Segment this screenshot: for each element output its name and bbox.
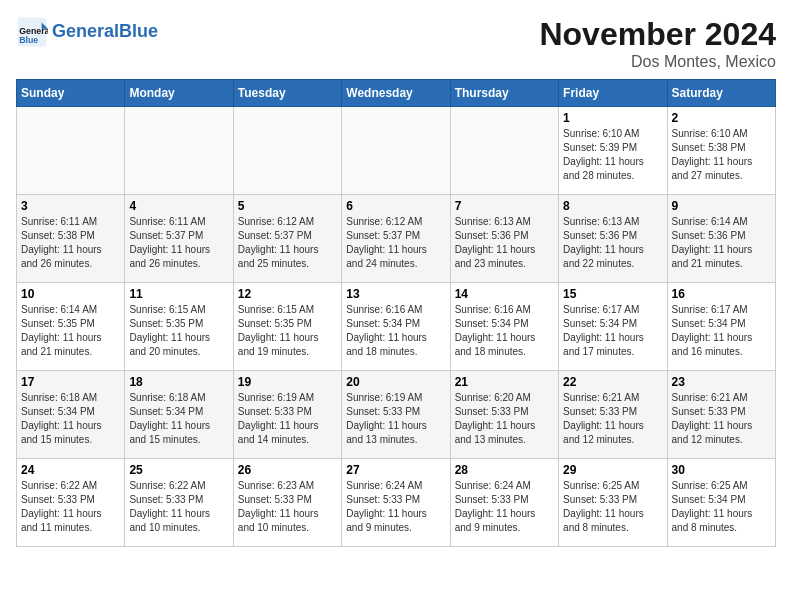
- calendar-cell: 7Sunrise: 6:13 AM Sunset: 5:36 PM Daylig…: [450, 195, 558, 283]
- cell-info: Sunrise: 6:22 AM Sunset: 5:33 PM Dayligh…: [129, 479, 228, 535]
- cell-info: Sunrise: 6:16 AM Sunset: 5:34 PM Dayligh…: [455, 303, 554, 359]
- day-number: 8: [563, 199, 662, 213]
- calendar-cell: 14Sunrise: 6:16 AM Sunset: 5:34 PM Dayli…: [450, 283, 558, 371]
- svg-text:Blue: Blue: [19, 35, 38, 45]
- day-number: 24: [21, 463, 120, 477]
- cell-info: Sunrise: 6:12 AM Sunset: 5:37 PM Dayligh…: [238, 215, 337, 271]
- calendar-cell: [450, 107, 558, 195]
- calendar-cell: 4Sunrise: 6:11 AM Sunset: 5:37 PM Daylig…: [125, 195, 233, 283]
- day-number: 15: [563, 287, 662, 301]
- calendar-cell: 19Sunrise: 6:19 AM Sunset: 5:33 PM Dayli…: [233, 371, 341, 459]
- calendar-cell: 20Sunrise: 6:19 AM Sunset: 5:33 PM Dayli…: [342, 371, 450, 459]
- calendar-cell: 5Sunrise: 6:12 AM Sunset: 5:37 PM Daylig…: [233, 195, 341, 283]
- cell-info: Sunrise: 6:12 AM Sunset: 5:37 PM Dayligh…: [346, 215, 445, 271]
- calendar-cell: 3Sunrise: 6:11 AM Sunset: 5:38 PM Daylig…: [17, 195, 125, 283]
- weekday-header-wednesday: Wednesday: [342, 80, 450, 107]
- day-number: 22: [563, 375, 662, 389]
- calendar-week-2: 3Sunrise: 6:11 AM Sunset: 5:38 PM Daylig…: [17, 195, 776, 283]
- logo-wordmark: GeneralBlue: [52, 22, 158, 42]
- day-number: 26: [238, 463, 337, 477]
- calendar-cell: [125, 107, 233, 195]
- calendar-cell: 22Sunrise: 6:21 AM Sunset: 5:33 PM Dayli…: [559, 371, 667, 459]
- calendar-cell: 12Sunrise: 6:15 AM Sunset: 5:35 PM Dayli…: [233, 283, 341, 371]
- cell-info: Sunrise: 6:14 AM Sunset: 5:36 PM Dayligh…: [672, 215, 771, 271]
- cell-info: Sunrise: 6:25 AM Sunset: 5:34 PM Dayligh…: [672, 479, 771, 535]
- day-number: 25: [129, 463, 228, 477]
- weekday-header-monday: Monday: [125, 80, 233, 107]
- title-area: November 2024 Dos Montes, Mexico: [539, 16, 776, 71]
- calendar-cell: 27Sunrise: 6:24 AM Sunset: 5:33 PM Dayli…: [342, 459, 450, 547]
- day-number: 18: [129, 375, 228, 389]
- calendar-cell: [17, 107, 125, 195]
- day-number: 20: [346, 375, 445, 389]
- logo-general: General: [52, 21, 119, 41]
- calendar-cell: 10Sunrise: 6:14 AM Sunset: 5:35 PM Dayli…: [17, 283, 125, 371]
- calendar-cell: 8Sunrise: 6:13 AM Sunset: 5:36 PM Daylig…: [559, 195, 667, 283]
- cell-info: Sunrise: 6:17 AM Sunset: 5:34 PM Dayligh…: [563, 303, 662, 359]
- calendar-cell: 30Sunrise: 6:25 AM Sunset: 5:34 PM Dayli…: [667, 459, 775, 547]
- calendar-week-1: 1Sunrise: 6:10 AM Sunset: 5:39 PM Daylig…: [17, 107, 776, 195]
- day-number: 10: [21, 287, 120, 301]
- day-number: 16: [672, 287, 771, 301]
- calendar-cell: 1Sunrise: 6:10 AM Sunset: 5:39 PM Daylig…: [559, 107, 667, 195]
- cell-info: Sunrise: 6:18 AM Sunset: 5:34 PM Dayligh…: [129, 391, 228, 447]
- day-number: 23: [672, 375, 771, 389]
- cell-info: Sunrise: 6:10 AM Sunset: 5:39 PM Dayligh…: [563, 127, 662, 183]
- calendar-cell: 18Sunrise: 6:18 AM Sunset: 5:34 PM Dayli…: [125, 371, 233, 459]
- day-number: 4: [129, 199, 228, 213]
- day-number: 19: [238, 375, 337, 389]
- calendar-week-4: 17Sunrise: 6:18 AM Sunset: 5:34 PM Dayli…: [17, 371, 776, 459]
- calendar-cell: 16Sunrise: 6:17 AM Sunset: 5:34 PM Dayli…: [667, 283, 775, 371]
- day-number: 11: [129, 287, 228, 301]
- calendar-cell: 15Sunrise: 6:17 AM Sunset: 5:34 PM Dayli…: [559, 283, 667, 371]
- cell-info: Sunrise: 6:19 AM Sunset: 5:33 PM Dayligh…: [346, 391, 445, 447]
- logo-icon: General Blue: [16, 16, 48, 48]
- day-number: 28: [455, 463, 554, 477]
- day-number: 30: [672, 463, 771, 477]
- cell-info: Sunrise: 6:21 AM Sunset: 5:33 PM Dayligh…: [563, 391, 662, 447]
- calendar-cell: 2Sunrise: 6:10 AM Sunset: 5:38 PM Daylig…: [667, 107, 775, 195]
- cell-info: Sunrise: 6:23 AM Sunset: 5:33 PM Dayligh…: [238, 479, 337, 535]
- calendar-cell: 13Sunrise: 6:16 AM Sunset: 5:34 PM Dayli…: [342, 283, 450, 371]
- calendar-cell: 29Sunrise: 6:25 AM Sunset: 5:33 PM Dayli…: [559, 459, 667, 547]
- calendar-cell: 21Sunrise: 6:20 AM Sunset: 5:33 PM Dayli…: [450, 371, 558, 459]
- cell-info: Sunrise: 6:13 AM Sunset: 5:36 PM Dayligh…: [455, 215, 554, 271]
- calendar-table: SundayMondayTuesdayWednesdayThursdayFrid…: [16, 79, 776, 547]
- day-number: 1: [563, 111, 662, 125]
- calendar-cell: 11Sunrise: 6:15 AM Sunset: 5:35 PM Dayli…: [125, 283, 233, 371]
- cell-info: Sunrise: 6:22 AM Sunset: 5:33 PM Dayligh…: [21, 479, 120, 535]
- header: General Blue GeneralBlue November 2024 D…: [16, 16, 776, 71]
- weekday-header-saturday: Saturday: [667, 80, 775, 107]
- cell-info: Sunrise: 6:15 AM Sunset: 5:35 PM Dayligh…: [129, 303, 228, 359]
- day-number: 6: [346, 199, 445, 213]
- weekday-header-thursday: Thursday: [450, 80, 558, 107]
- cell-info: Sunrise: 6:10 AM Sunset: 5:38 PM Dayligh…: [672, 127, 771, 183]
- calendar-cell: 25Sunrise: 6:22 AM Sunset: 5:33 PM Dayli…: [125, 459, 233, 547]
- calendar-body: 1Sunrise: 6:10 AM Sunset: 5:39 PM Daylig…: [17, 107, 776, 547]
- weekday-header-tuesday: Tuesday: [233, 80, 341, 107]
- calendar-cell: 23Sunrise: 6:21 AM Sunset: 5:33 PM Dayli…: [667, 371, 775, 459]
- location: Dos Montes, Mexico: [539, 53, 776, 71]
- calendar-cell: 24Sunrise: 6:22 AM Sunset: 5:33 PM Dayli…: [17, 459, 125, 547]
- day-number: 5: [238, 199, 337, 213]
- cell-info: Sunrise: 6:25 AM Sunset: 5:33 PM Dayligh…: [563, 479, 662, 535]
- calendar-cell: 6Sunrise: 6:12 AM Sunset: 5:37 PM Daylig…: [342, 195, 450, 283]
- calendar-cell: 9Sunrise: 6:14 AM Sunset: 5:36 PM Daylig…: [667, 195, 775, 283]
- weekday-header-row: SundayMondayTuesdayWednesdayThursdayFrid…: [17, 80, 776, 107]
- day-number: 27: [346, 463, 445, 477]
- cell-info: Sunrise: 6:18 AM Sunset: 5:34 PM Dayligh…: [21, 391, 120, 447]
- day-number: 7: [455, 199, 554, 213]
- cell-info: Sunrise: 6:11 AM Sunset: 5:37 PM Dayligh…: [129, 215, 228, 271]
- cell-info: Sunrise: 6:13 AM Sunset: 5:36 PM Dayligh…: [563, 215, 662, 271]
- cell-info: Sunrise: 6:16 AM Sunset: 5:34 PM Dayligh…: [346, 303, 445, 359]
- cell-info: Sunrise: 6:15 AM Sunset: 5:35 PM Dayligh…: [238, 303, 337, 359]
- cell-info: Sunrise: 6:11 AM Sunset: 5:38 PM Dayligh…: [21, 215, 120, 271]
- calendar-week-3: 10Sunrise: 6:14 AM Sunset: 5:35 PM Dayli…: [17, 283, 776, 371]
- logo: General Blue GeneralBlue: [16, 16, 158, 48]
- cell-info: Sunrise: 6:19 AM Sunset: 5:33 PM Dayligh…: [238, 391, 337, 447]
- calendar-cell: [233, 107, 341, 195]
- day-number: 2: [672, 111, 771, 125]
- calendar-cell: [342, 107, 450, 195]
- calendar-cell: 26Sunrise: 6:23 AM Sunset: 5:33 PM Dayli…: [233, 459, 341, 547]
- weekday-header-friday: Friday: [559, 80, 667, 107]
